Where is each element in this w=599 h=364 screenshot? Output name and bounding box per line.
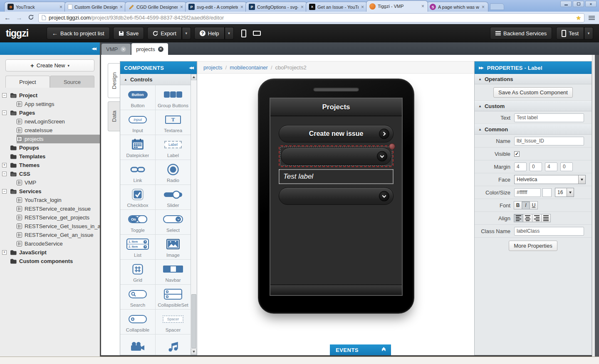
back-icon[interactable]: ←: [3, 15, 12, 21]
create-new-button[interactable]: + Create New ▾: [5, 59, 94, 71]
section-custom[interactable]: ▲ Custom: [475, 101, 592, 111]
export-dropdown-caret[interactable]: ▾: [182, 27, 191, 39]
tree-item-restservice-get-an-issue[interactable]: RESTService_Get_an_issue: [0, 231, 100, 239]
window-minimize-button[interactable]: [560, 1, 572, 7]
classname-input[interactable]: [514, 227, 584, 236]
events-bar[interactable]: EVENTS: [330, 344, 391, 355]
tree-toggle-icon[interactable]: −: [2, 111, 7, 115]
align-center-button[interactable]: [523, 214, 532, 222]
tree-item-createissue[interactable]: createIssue: [0, 126, 100, 135]
url-field[interactable]: project.tiggzi.com/project/93fdb2e6-f504…: [38, 13, 584, 22]
reload-icon[interactable]: [27, 15, 35, 21]
tree-item-themes[interactable]: +Themes: [0, 161, 100, 170]
backend-services-button[interactable]: Backend Services: [490, 27, 552, 39]
mobile-header[interactable]: Projects: [270, 98, 402, 116]
new-tab-button[interactable]: [490, 3, 504, 10]
components-collapse-icon[interactable]: ◀◀: [189, 66, 193, 70]
tree-item-restservice-create-issue[interactable]: RESTService_create_issue: [0, 204, 100, 213]
tree-item-newloginscreen[interactable]: newLoginScreen: [0, 117, 100, 126]
tree-toggle-icon[interactable]: −: [2, 172, 7, 176]
align-right-button[interactable]: [532, 214, 542, 222]
browser-tab-svg-edit-a-complete[interactable]: Psvg-edit - A complete×: [185, 2, 247, 12]
align-justify-button[interactable]: [541, 214, 551, 222]
sidebar-collapse-icon[interactable]: ◀◀: [92, 47, 96, 51]
browser-tab-tiggzi-vmp[interactable]: Tiggzi - VMP×: [366, 0, 428, 12]
tab-close-icon[interactable]: ×: [481, 4, 485, 10]
component-collapsible[interactable]: Collapsible: [120, 310, 155, 334]
phone-portrait-icon[interactable]: [241, 30, 246, 37]
font-underline-button[interactable]: U: [530, 201, 538, 209]
component-slider[interactable]: Slider: [156, 185, 191, 209]
tree-item-barcodeservice[interactable]: BarcodeService: [0, 239, 100, 248]
tab-close-icon[interactable]: ×: [59, 4, 63, 10]
component-spacer[interactable]: SpacerSpacer: [156, 310, 191, 334]
tree-item-restservice-get-issues-in-a-pr[interactable]: RESTService_Get_Issues_in_a_Pr: [0, 222, 100, 231]
help-dropdown-caret[interactable]: ▾: [225, 27, 234, 39]
help-button[interactable]: ?Help: [194, 27, 225, 39]
tab-close-icon[interactable]: ×: [119, 4, 123, 10]
tree-toggle-icon[interactable]: −: [2, 93, 7, 98]
page-tab-vmp[interactable]: VMP✕: [101, 44, 131, 55]
browser-tab-a-page-which-was-wo[interactable]: SA page which was wo×: [426, 2, 488, 12]
browser-tab-cgd-grille-designer[interactable]: CGD Grille Designer×: [125, 2, 187, 12]
color-swatch[interactable]: [542, 188, 552, 197]
tree-item-css[interactable]: −CSS: [0, 170, 100, 178]
component-grid[interactable]: Grid: [120, 260, 155, 284]
component-select[interactable]: Select: [156, 210, 191, 234]
tree-item-app-settings[interactable]: App settings: [0, 100, 100, 108]
tree-item-templates[interactable]: Templates: [0, 152, 100, 161]
size-select[interactable]: 16: [555, 188, 574, 197]
component-video-icon[interactable]: [120, 334, 155, 355]
page-tab-close-icon[interactable]: ✕: [158, 47, 163, 52]
delete-badge-icon[interactable]: [389, 143, 395, 150]
select-cboProjects2[interactable]: [281, 148, 391, 165]
tab-data[interactable]: Data: [108, 101, 120, 131]
back-to-project-list-button[interactable]: ←Back to project list: [47, 27, 110, 39]
phone-landscape-icon[interactable]: [253, 31, 261, 36]
save-as-custom-component-button[interactable]: Save As Custom Component: [493, 87, 573, 98]
margin-input-1[interactable]: [530, 162, 542, 171]
component-music-icon[interactable]: [156, 334, 191, 355]
tab-close-icon[interactable]: ×: [240, 4, 244, 10]
font-italic-button[interactable]: I: [522, 201, 530, 209]
tab-close-icon[interactable]: ×: [180, 4, 183, 10]
align-left-button[interactable]: [514, 214, 523, 222]
component-label[interactable]: LabelLabel: [156, 135, 191, 160]
browser-tab-get-an-issue-youtra[interactable]: XGet an Issue - YouTra×: [306, 2, 368, 12]
component-collapsibleset[interactable]: CollapsibleSet: [156, 285, 191, 309]
sidebar-tab-source[interactable]: Source: [50, 76, 94, 88]
face-select[interactable]: Helvetica: [514, 175, 586, 184]
component-textarea[interactable]: TTextarea: [156, 110, 191, 135]
selected-select-component[interactable]: [279, 145, 394, 167]
breadcrumb-mobilecontainer[interactable]: mobilecontainer: [230, 64, 268, 71]
tab-close-icon[interactable]: ×: [300, 4, 304, 10]
tab-close-icon[interactable]: ×: [421, 3, 425, 9]
tree-item-restservice-get-projects[interactable]: RESTService_get_projects: [0, 213, 100, 222]
name-property-input[interactable]: [514, 137, 584, 145]
page-tab-close-icon[interactable]: ✕: [121, 47, 126, 52]
browser-tab-configoptions-svg-e[interactable]: PConfigOptions - svg-e×: [245, 2, 307, 12]
component-search[interactable]: Search: [120, 285, 155, 309]
test-dropdown-caret[interactable]: ▾: [584, 27, 593, 39]
browser-tab-custom-grille-designs[interactable]: Custom Grille Designs×: [64, 2, 126, 12]
create-new-issue-button[interactable]: Create new issue: [279, 125, 394, 143]
save-button[interactable]: Save: [113, 27, 144, 39]
scrollbar-thumb[interactable]: [191, 294, 196, 348]
tree-toggle-icon[interactable]: +: [2, 163, 7, 167]
visible-checkbox[interactable]: ✓: [514, 151, 520, 157]
font-bold-button[interactable]: B: [514, 201, 522, 209]
component-navbar[interactable]: Navbar: [156, 260, 191, 284]
component-toggle[interactable]: OnToggle: [120, 210, 155, 234]
margin-input-2[interactable]: [545, 162, 557, 171]
tree-item-youtrack-login[interactable]: YouTrack_login: [0, 196, 100, 204]
tree-item-popups[interactable]: Popups: [0, 143, 100, 152]
margin-input-0[interactable]: [514, 162, 527, 171]
color-input[interactable]: [514, 188, 541, 197]
scroll-up-button[interactable]: [191, 74, 197, 80]
bookmark-star-icon[interactable]: ★: [576, 15, 581, 21]
tree-toggle-icon[interactable]: +: [2, 250, 7, 255]
controls-section-header[interactable]: ▲ Controls: [120, 74, 191, 85]
breadcrumb-projects[interactable]: projects: [203, 64, 223, 71]
browser-tab-youtrack[interactable]: YouTrack×: [4, 2, 66, 12]
tab-close-icon[interactable]: ×: [361, 4, 364, 10]
